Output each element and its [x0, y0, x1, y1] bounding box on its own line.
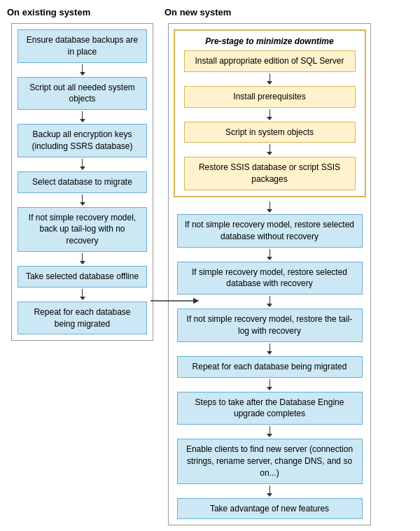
arrow-4 [78, 194, 87, 206]
right-step-5: Enable clients to find new server (conne… [177, 439, 363, 483]
left-column: On existing system Ensure database backu… [7, 7, 158, 341]
right-step-4: Steps to take after the Database Engine … [177, 392, 363, 425]
right-step-1: If simple recovery model, restore select… [177, 262, 363, 295]
diagram-container: On existing system Ensure database backu… [7, 7, 413, 525]
left-step-0: Ensure database backups are in place [18, 29, 147, 63]
arrow-6 [78, 289, 87, 300]
left-step-1: Script out all needed system objects [18, 77, 147, 111]
right-arrow-6 [265, 486, 274, 497]
right-pre-step-2: Script in system objects [184, 122, 356, 143]
right-arrow-0 [265, 201, 274, 213]
right-column-box: Pre-stage to minimize downtime Install a… [168, 23, 371, 525]
left-step-3: Select database to migrate [18, 171, 147, 193]
right-arrow-1 [265, 249, 274, 260]
left-column-title: On existing system [7, 7, 90, 17]
prestage-title: Pre-stage to minimize downtime [205, 36, 333, 46]
left-step-4: If not simple recovery model, back up ta… [18, 207, 147, 252]
right-column: On new system Pre-stage to minimize down… [164, 7, 374, 525]
pre-arrow-1 [265, 73, 274, 85]
arrow-2 [78, 111, 87, 122]
right-step-3: Repeat for each database being migrated [177, 356, 363, 378]
right-arrow-2 [265, 296, 274, 307]
right-pre-step-1: Install prerequisites [184, 86, 356, 108]
right-step-6: Take advantage of new features [177, 498, 363, 520]
left-column-box: Ensure database backups are in place Scr… [11, 23, 153, 341]
right-arrow-4 [265, 379, 274, 390]
left-step-5: Take selected database offline [18, 266, 147, 288]
right-pre-step-0: Install appropriate edition of SQL Serve… [184, 50, 356, 72]
right-pre-step-3: Restore SSIS database or script SSIS pac… [184, 157, 356, 190]
arrow-1 [78, 64, 87, 76]
left-step-6: Repeat for each database being migrated [18, 302, 147, 335]
arrow-5 [78, 253, 87, 264]
pre-arrow-3 [265, 144, 274, 155]
right-arrow-5 [265, 426, 274, 437]
prestage-box: Pre-stage to minimize downtime Install a… [174, 29, 366, 197]
pre-arrow-2 [265, 109, 274, 120]
left-step-2: Backup all encryption keys (including SS… [18, 124, 147, 157]
right-column-title: On new system [164, 7, 231, 17]
right-step-2: If not simple recovery model, restore th… [177, 309, 363, 342]
right-arrow-3 [265, 344, 274, 355]
right-step-0: If not simple recovery model, restore se… [177, 214, 363, 248]
arrow-3 [78, 159, 87, 170]
